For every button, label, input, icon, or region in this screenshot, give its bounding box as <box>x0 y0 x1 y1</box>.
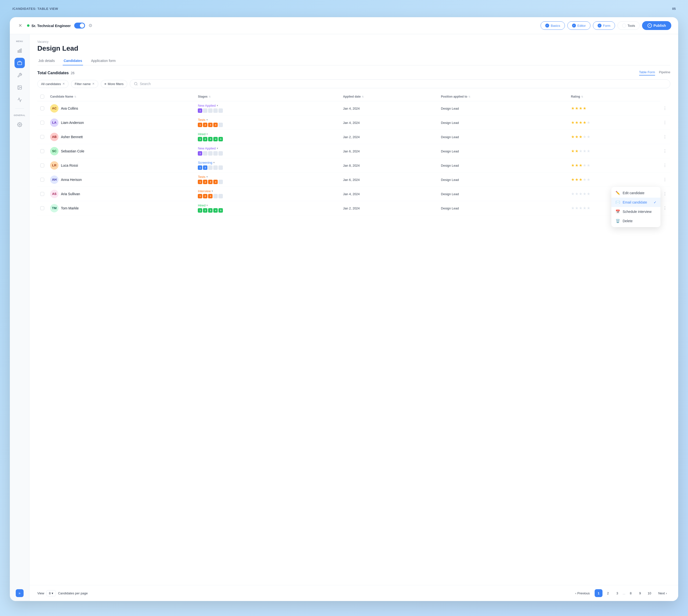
sidebar-icon-briefcase[interactable] <box>15 58 25 68</box>
stage-dot-green: 1 <box>198 208 202 213</box>
sidebar-icon-image[interactable] <box>15 82 25 93</box>
context-menu-item-schedule[interactable]: 📅 Schedule interview <box>611 207 661 216</box>
sidebar-icon-gear[interactable] <box>15 119 25 130</box>
row-menu-button-3[interactable]: ⋮ <box>662 133 668 140</box>
stage-dot-empty <box>219 151 223 156</box>
star-filled: ★ <box>571 120 574 125</box>
stage-dot-orange: 2 <box>203 194 207 198</box>
star-empty: ★ <box>587 149 590 153</box>
row-checkbox-6[interactable] <box>40 178 44 182</box>
nav-basics[interactable]: ✓ Basics <box>541 21 565 30</box>
avatar-6: AH <box>50 176 59 184</box>
stage-dot-blue: 1 <box>198 166 202 170</box>
star-empty: ★ <box>579 149 582 153</box>
page-label-top: /CANDIDATES: TABLE VIEW <box>12 7 58 10</box>
star-filled: ★ <box>583 106 586 111</box>
vacancy-name: Sr. Technical Engineer <box>27 24 71 28</box>
row-menu-button-8[interactable]: ⋮ <box>662 205 668 212</box>
publish-button[interactable]: ✓ Publish <box>642 21 671 30</box>
row-menu-button-6[interactable]: ⋮ <box>662 176 668 183</box>
tab-candidates[interactable]: Candidates <box>63 56 83 65</box>
svg-rect-1 <box>19 50 20 52</box>
applied-date-4: Jan 6, 2024 <box>343 150 360 153</box>
stage-label-1[interactable]: New Applied ▾ <box>198 104 337 107</box>
page-title: Design Lead <box>37 44 670 52</box>
view-toggle-pipeline[interactable]: Pipeline <box>659 70 670 75</box>
stage-dot-empty <box>213 108 218 113</box>
page-2[interactable]: 2 <box>604 589 612 597</box>
context-menu-item-email[interactable]: ✉️ Email candidate ✓ <box>611 198 661 207</box>
sidebar: MENU <box>10 34 29 601</box>
trash-icon: 🗑️ <box>615 219 620 223</box>
stage-label-8[interactable]: Hired ▾ <box>198 203 337 207</box>
stage-dot-empty <box>208 166 212 170</box>
next-button[interactable]: Next › <box>655 590 670 597</box>
star-filled: ★ <box>579 177 582 182</box>
star-empty: ★ <box>587 163 590 168</box>
close-button[interactable]: ✕ <box>17 22 24 29</box>
nav-tools[interactable]: Tools <box>618 21 640 30</box>
stage-label-7[interactable]: Interview ▾ <box>198 189 337 193</box>
settings-icon[interactable]: ⚙ <box>89 23 92 28</box>
nav-form[interactable]: ✓ Form <box>593 21 615 30</box>
stage-label-2[interactable]: Tests ▾ <box>198 118 337 122</box>
stage-dot-orange: 4 <box>213 123 218 127</box>
stage-dot-empty <box>203 108 207 113</box>
row-checkbox-5[interactable] <box>40 163 44 168</box>
search-box[interactable]: Search <box>130 80 670 88</box>
select-all-checkbox[interactable] <box>40 95 44 98</box>
star-filled: ★ <box>575 120 578 125</box>
collapse-button[interactable]: » <box>16 589 24 597</box>
row-checkbox-1[interactable] <box>40 106 44 110</box>
filter-all-candidates[interactable]: All candidates ✕ <box>37 80 69 88</box>
context-menu-item-delete[interactable]: 🗑️ Delete <box>611 216 661 226</box>
table-row: AB Asher Bennett Hired ▾ 12345 Jan 2, 20… <box>37 130 670 144</box>
context-menu-item-edit[interactable]: ✏️ Edit candidate <box>611 188 661 198</box>
nav-editor[interactable]: ✓ Editor <box>567 21 591 30</box>
row-checkbox-3[interactable] <box>40 135 44 139</box>
tab-job-details[interactable]: Job details <box>37 56 56 65</box>
svg-rect-2 <box>21 49 21 52</box>
page-8[interactable]: 8 <box>627 589 635 597</box>
page-1[interactable]: 1 <box>595 589 602 597</box>
search-input[interactable]: Search <box>140 82 151 86</box>
active-toggle[interactable] <box>74 23 85 28</box>
previous-button[interactable]: ‹ Previous <box>572 590 593 597</box>
row-menu-button-4[interactable]: ⋮ <box>662 148 668 155</box>
row-checkbox-7[interactable] <box>40 192 44 196</box>
tab-application-form[interactable]: Application form <box>90 56 116 65</box>
tabs: Job details Candidates Application form <box>37 56 670 65</box>
stage-dot-empty <box>213 151 218 156</box>
stage-label-3[interactable]: Hired ▾ <box>198 132 337 136</box>
star-empty: ★ <box>587 120 590 125</box>
stage-dot-green: 1 <box>198 137 202 141</box>
position-2: Design Lead <box>441 121 459 125</box>
page-3[interactable]: 3 <box>613 589 621 597</box>
stage-label-6[interactable]: Tests ▾ <box>198 175 337 179</box>
row-menu-button-5[interactable]: ⋮ <box>662 162 668 169</box>
sidebar-icon-tools[interactable] <box>15 70 25 80</box>
filter-name[interactable]: Filter name ✕ <box>71 80 98 88</box>
row-menu-button-2[interactable]: ⋮ <box>662 119 668 126</box>
page-9[interactable]: 9 <box>636 589 644 597</box>
row-checkbox-4[interactable] <box>40 149 44 153</box>
rating-2: ★★★★★ <box>571 120 658 125</box>
row-checkbox-2[interactable] <box>40 121 44 125</box>
table-row: AH Anna Herison Tests ▾ 1234 Jan 6, 2024… <box>37 173 670 187</box>
calendar-icon: 📅 <box>615 210 620 214</box>
stage-label-4[interactable]: New Applied ▾ <box>198 147 337 150</box>
candidate-name-5: Luca Rossi <box>61 163 78 168</box>
more-filters-button[interactable]: ≡ More filters <box>101 80 127 88</box>
row-checkbox-8[interactable] <box>40 206 44 210</box>
applied-date-1: Jan 4, 2024 <box>343 107 360 110</box>
star-filled: ★ <box>575 149 578 153</box>
sidebar-icon-chart[interactable] <box>15 45 25 56</box>
page-10[interactable]: 10 <box>645 589 653 597</box>
per-page-select[interactable]: 8 ▾ <box>46 590 56 596</box>
sidebar-icon-activity[interactable] <box>15 95 25 105</box>
stage-dot-green: 4 <box>213 137 218 141</box>
view-toggle-table-form[interactable]: Table Form <box>639 70 655 75</box>
row-menu-button-1[interactable]: ⋮ <box>662 105 668 112</box>
stage-label-5[interactable]: Screening ▾ <box>198 161 337 164</box>
row-menu-button-7[interactable]: ⋮ <box>662 191 668 197</box>
